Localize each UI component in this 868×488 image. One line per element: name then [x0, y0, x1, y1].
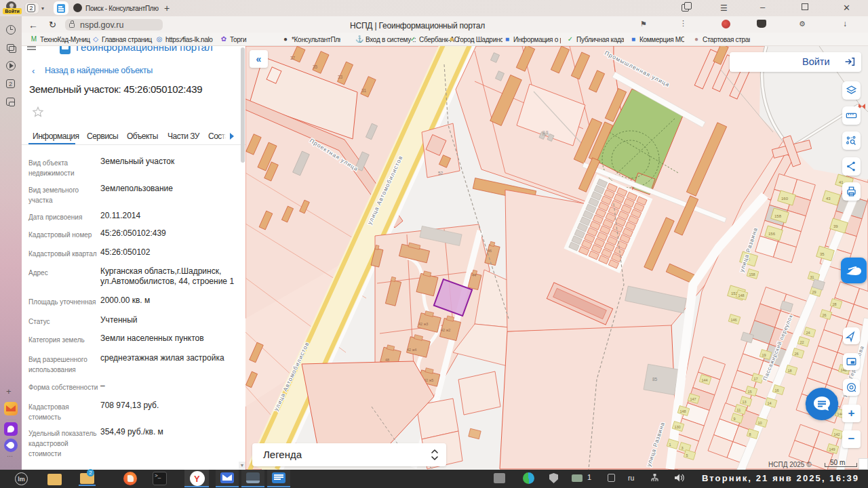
svg-text:48: 48	[385, 358, 389, 362]
svg-text:17: 17	[754, 377, 758, 381]
svg-text:15: 15	[748, 390, 752, 394]
svg-text:158: 158	[774, 214, 782, 218]
svg-text:37: 37	[290, 56, 296, 60]
svg-text:35: 35	[313, 64, 318, 69]
svg-text:10: 10	[758, 421, 762, 425]
svg-text:33: 33	[338, 75, 343, 79]
svg-text:130: 130	[675, 425, 681, 429]
svg-text:8: 8	[749, 432, 751, 436]
svg-text:148: 148	[738, 293, 745, 298]
svg-text:14: 14	[768, 401, 772, 405]
svg-text:5: 5	[686, 453, 688, 458]
svg-text:158: 158	[749, 272, 755, 277]
svg-text:1: 1	[669, 443, 671, 447]
svg-text:28: 28	[833, 302, 837, 306]
svg-text:146: 146	[731, 318, 737, 322]
svg-text:52: 52	[438, 171, 443, 176]
svg-text:9: 9	[734, 417, 736, 421]
svg-text:31: 31	[810, 275, 814, 279]
svg-text:43: 43	[826, 197, 831, 201]
svg-text:144: 144	[702, 378, 708, 382]
svg-text:160: 160	[781, 197, 789, 201]
svg-text:п.п: п.п	[542, 131, 549, 136]
svg-text:142: 142	[834, 432, 840, 436]
svg-text:42 ж3: 42 ж3	[418, 322, 428, 326]
svg-text:22: 22	[800, 340, 804, 344]
svg-text:147: 147	[690, 397, 696, 401]
svg-text:156: 156	[768, 232, 776, 236]
svg-text:39: 39	[833, 224, 838, 228]
svg-text:44: 44	[472, 273, 476, 277]
svg-text:46: 46	[488, 249, 492, 253]
svg-text:149: 149	[829, 447, 835, 451]
svg-text:148: 148	[680, 409, 686, 413]
svg-text:16: 16	[775, 388, 779, 392]
svg-text:19: 19	[762, 353, 766, 357]
svg-text:85: 85	[652, 377, 658, 382]
svg-text:13: 13	[743, 400, 747, 404]
svg-text:26: 26	[823, 313, 827, 317]
svg-text:18: 18	[788, 369, 792, 373]
svg-text:24: 24	[806, 331, 810, 335]
svg-text:3: 3	[682, 446, 684, 450]
svg-text:42 ж4: 42 ж4	[407, 348, 416, 352]
svg-text:31: 31	[361, 88, 367, 93]
svg-text:11: 11	[737, 408, 741, 412]
svg-text:42 ж2: 42 ж2	[441, 328, 450, 332]
svg-text:26: 26	[795, 352, 799, 356]
svg-text:35: 35	[820, 252, 825, 256]
svg-text:29: 29	[812, 290, 816, 294]
